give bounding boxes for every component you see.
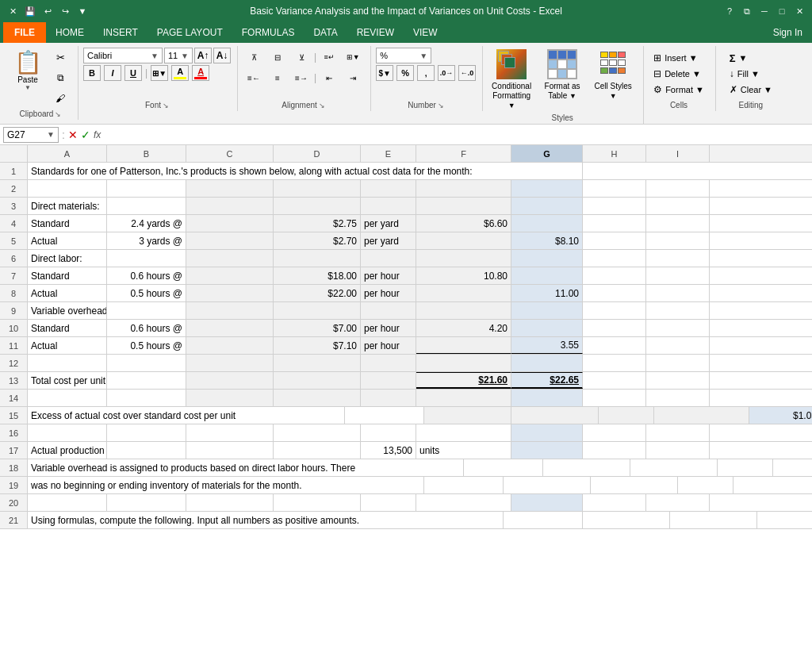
cell-15g[interactable]: $1.05 [749, 407, 812, 424]
row-num-11[interactable]: 11 [0, 337, 27, 355]
cell-15d[interactable] [511, 407, 599, 424]
cell-17h[interactable] [583, 442, 646, 459]
cell-8g[interactable]: 11.00 [511, 285, 583, 301]
cell-8i[interactable] [646, 285, 710, 301]
cut-button[interactable]: ✂ [49, 48, 71, 67]
formula-input[interactable] [104, 129, 809, 140]
align-top-button[interactable]: ⊼ [243, 48, 265, 67]
bold-button[interactable]: B [83, 65, 101, 81]
cell-16d[interactable] [274, 424, 361, 441]
cell-15a[interactable]: Excess of actual cost over standard cost… [28, 407, 345, 424]
cell-20a[interactable] [28, 494, 107, 511]
cancel-formula-icon[interactable]: ✕ [68, 129, 78, 141]
number-expand[interactable]: ↘ [438, 102, 444, 109]
cell-4i[interactable] [646, 215, 710, 232]
customize-icon[interactable]: ▼ [76, 5, 89, 17]
row-num-15[interactable]: 15 [0, 407, 27, 424]
format-cells-button[interactable]: ⚙ Format ▼ [649, 83, 709, 97]
cell-7d[interactable]: $18.00 [274, 267, 361, 284]
cell-4c[interactable] [186, 215, 274, 232]
font-grow-button[interactable]: A↑ [194, 48, 212, 63]
cell-17a[interactable]: Actual production for the month [28, 442, 107, 459]
cell-15f[interactable] [654, 407, 749, 424]
cell-3a[interactable]: Direct materials: [28, 198, 107, 214]
cell-3d[interactable] [274, 198, 361, 214]
currency-button[interactable]: $▼ [376, 65, 393, 81]
cell-21a[interactable]: Using formulas, compute the following. I… [28, 512, 504, 528]
cell-13c[interactable] [186, 372, 274, 389]
cell-10h[interactable] [583, 320, 646, 336]
cell-7a[interactable]: Standard [28, 267, 107, 284]
menu-formulas[interactable]: FORMULAS [232, 25, 304, 40]
decimal-decrease-button[interactable]: ←.0 [458, 65, 476, 81]
cell-17f[interactable]: units [416, 442, 511, 459]
cell-14f[interactable] [416, 390, 511, 406]
undo-icon[interactable]: ↩ [41, 5, 54, 17]
cell-20i[interactable] [646, 494, 710, 511]
row-num-18[interactable]: 18 [0, 459, 27, 477]
cell-8c[interactable] [186, 285, 274, 301]
menu-page-layout[interactable]: PAGE LAYOUT [147, 25, 232, 40]
font-color-button[interactable]: A [192, 65, 209, 81]
menu-file[interactable]: FILE [3, 22, 46, 43]
cell-19d[interactable] [591, 477, 678, 493]
cell-14a[interactable] [28, 390, 107, 406]
cell-4a[interactable]: Standard [28, 215, 107, 232]
cell-1a[interactable]: Standards for one of Patterson, Inc.'s p… [28, 163, 583, 179]
cell-17c[interactable] [186, 442, 274, 459]
col-header-f[interactable]: F [416, 145, 511, 162]
autosum-button[interactable]: Σ ▼ [725, 51, 777, 65]
cell-17e[interactable]: 13,500 [361, 442, 416, 459]
cell-8e[interactable]: per hour [361, 285, 416, 301]
cell-7h[interactable] [583, 267, 646, 284]
cell-17i[interactable] [646, 442, 710, 459]
cell-14d[interactable] [274, 390, 361, 406]
cell-16h[interactable] [583, 424, 646, 441]
name-box[interactable]: G27 ▼ [3, 127, 59, 143]
cell-7f[interactable]: 10.80 [416, 267, 511, 284]
cell-16i[interactable] [646, 424, 710, 441]
cell-20c[interactable] [186, 494, 274, 511]
cell-8b[interactable]: 0.5 hours @ [107, 285, 186, 301]
border-button[interactable]: ⊞▼ [151, 65, 168, 81]
cell-11d[interactable]: $7.10 [274, 337, 361, 354]
menu-insert[interactable]: INSERT [94, 25, 147, 40]
cell-13g[interactable]: $22.65 [511, 372, 583, 389]
clear-button[interactable]: ✗ Clear ▼ [725, 83, 777, 97]
cell-2e[interactable] [361, 180, 416, 197]
cell-11e[interactable]: per hour [361, 337, 416, 354]
cell-13f[interactable]: $21.60 [416, 372, 511, 389]
cell-12c[interactable] [186, 355, 274, 371]
font-shrink-button[interactable]: A↓ [213, 48, 231, 63]
redo-icon[interactable]: ↪ [59, 5, 71, 17]
cell-6a[interactable]: Direct labor: [28, 250, 107, 267]
cell-17d[interactable] [274, 442, 361, 459]
cell-5e[interactable]: per yard [361, 232, 416, 249]
cell-12i[interactable] [646, 355, 710, 371]
cell-19a[interactable]: was no beginning or ending inventory of … [28, 477, 424, 493]
cell-11g[interactable]: 3.55 [511, 337, 583, 354]
cell-8d[interactable]: $22.00 [274, 285, 361, 301]
cell-3f[interactable] [416, 198, 511, 214]
menu-home[interactable]: HOME [46, 25, 94, 40]
align-center-button[interactable]: ≡ [266, 68, 289, 87]
cell-21e[interactable] [757, 512, 812, 528]
cell-2a[interactable] [28, 180, 107, 197]
cell-14i[interactable] [646, 390, 710, 406]
cell-2g[interactable] [511, 180, 583, 197]
cell-11h[interactable] [583, 337, 646, 354]
cell-5f[interactable] [416, 232, 511, 249]
cell-15b[interactable] [345, 407, 424, 424]
col-header-e[interactable]: E [361, 145, 416, 162]
cell-18d[interactable] [630, 459, 718, 476]
wrap-text-button[interactable]: ≡↵ [318, 48, 340, 67]
cell-4e[interactable]: per yard [361, 215, 416, 232]
cell-19f[interactable] [733, 477, 812, 493]
cell-7c[interactable] [186, 267, 274, 284]
cell-15c[interactable] [424, 407, 511, 424]
col-header-b[interactable]: B [107, 145, 186, 162]
sign-in[interactable]: Sign In [773, 27, 809, 38]
cell-3i[interactable] [646, 198, 710, 214]
cell-13a[interactable]: Total cost per unit [28, 372, 107, 389]
insert-function-icon[interactable]: fx [94, 129, 101, 140]
